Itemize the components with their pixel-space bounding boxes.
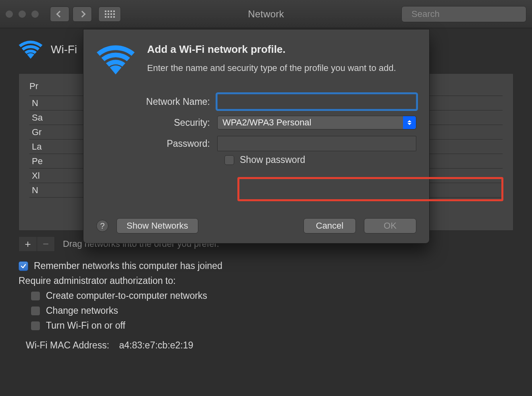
security-value: WPA2/WPA3 Personal — [222, 117, 311, 128]
wifi-icon — [19, 40, 43, 59]
show-networks-button[interactable]: Show Networks — [116, 218, 198, 233]
wifi-icon — [96, 45, 135, 75]
remove-network-button[interactable]: − — [37, 237, 54, 251]
add-wifi-profile-dialog: Add a Wi-Fi network profile. Enter the n… — [83, 29, 430, 244]
create-networks-checkbox[interactable] — [31, 291, 40, 301]
dialog-heading: Add a Wi-Fi network profile. — [147, 43, 396, 56]
require-admin-label: Require administrator authorization to: — [19, 275, 513, 286]
cancel-button[interactable]: Cancel — [303, 218, 356, 233]
search-field[interactable] — [401, 6, 526, 22]
show-all-button[interactable] — [98, 6, 121, 22]
page-title: Wi-Fi — [51, 43, 77, 56]
network-name-input[interactable] — [217, 94, 416, 109]
add-network-button[interactable]: + — [19, 237, 37, 251]
dialog-icon — [96, 43, 135, 75]
turn-wifi-label: Turn Wi-Fi on or off — [46, 320, 125, 331]
updown-icon — [403, 116, 416, 129]
password-input[interactable] — [217, 136, 416, 151]
change-networks-checkbox[interactable] — [31, 306, 40, 316]
security-select[interactable]: WPA2/WPA3 Personal — [217, 116, 416, 129]
traffic-lights — [6, 10, 39, 18]
question-icon: ? — [100, 221, 104, 231]
security-label: Security: — [96, 117, 217, 128]
window-title: Network — [248, 8, 284, 20]
search-input[interactable] — [411, 8, 523, 20]
remember-networks-checkbox[interactable] — [19, 261, 28, 271]
chevron-right-icon — [79, 10, 86, 17]
checkmark-icon — [20, 263, 27, 269]
window-toolbar: Network — [0, 0, 532, 28]
remember-networks-label: Remember networks this computer has join… — [34, 261, 222, 271]
dialog-subtext: Enter the name and security type of the … — [147, 62, 396, 75]
help-button[interactable]: ? — [96, 220, 108, 232]
mac-address-label: Wi-Fi MAC Address: — [26, 340, 109, 350]
close-window-button[interactable] — [6, 10, 13, 18]
turn-wifi-checkbox[interactable] — [31, 321, 40, 331]
show-password-label: Show password — [240, 154, 305, 165]
chevron-left-icon — [56, 10, 63, 17]
add-remove-group: + − — [19, 236, 55, 252]
grid-icon — [105, 10, 115, 18]
ok-button[interactable]: OK — [364, 218, 416, 233]
zoom-window-button[interactable] — [31, 10, 39, 18]
password-label: Password: — [96, 138, 217, 149]
nav-buttons — [50, 6, 92, 22]
network-name-label: Network Name: — [96, 96, 217, 107]
create-networks-label: Create computer-to-computer networks — [46, 290, 207, 301]
change-networks-label: Change networks — [46, 305, 118, 316]
forward-button[interactable] — [73, 6, 92, 22]
back-button[interactable] — [50, 6, 69, 22]
show-password-checkbox[interactable] — [224, 155, 234, 165]
mac-address-value: a4:83:e7:cb:e2:19 — [119, 340, 193, 350]
minimize-window-button[interactable] — [19, 10, 26, 18]
